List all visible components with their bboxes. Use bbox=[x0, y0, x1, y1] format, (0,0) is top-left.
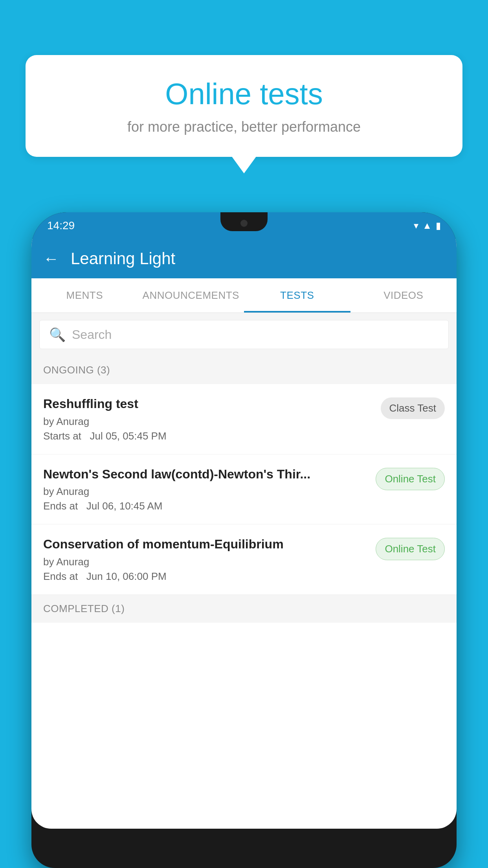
test-name-1: Reshuffling test bbox=[43, 396, 373, 412]
search-icon: 🔍 bbox=[49, 327, 66, 342]
app-bar: ← Learning Light bbox=[31, 239, 457, 278]
speech-bubble-container: Online tests for more practice, better p… bbox=[26, 55, 462, 157]
signal-icon: ▲ bbox=[422, 220, 432, 231]
notch bbox=[220, 212, 268, 231]
test-author-3: by Anurag bbox=[43, 556, 368, 568]
test-name-3: Conservation of momentum-Equilibrium bbox=[43, 536, 368, 553]
tab-announcements[interactable]: ANNOUNCEMENTS bbox=[138, 278, 244, 313]
completed-section-header: COMPLETED (1) bbox=[31, 595, 457, 623]
test-list: Reshuffling test by Anurag Starts at Jul… bbox=[31, 384, 457, 595]
test-badge-2: Online Test bbox=[376, 468, 445, 490]
test-item-1[interactable]: Reshuffling test by Anurag Starts at Jul… bbox=[31, 384, 457, 454]
wifi-icon: ▾ bbox=[414, 220, 418, 231]
search-container: 🔍 Search bbox=[31, 313, 457, 356]
test-info-1: Reshuffling test by Anurag Starts at Jul… bbox=[43, 396, 373, 442]
back-button[interactable]: ← bbox=[43, 250, 59, 268]
status-bar: 14:29 ▾ ▲ ▮ bbox=[31, 212, 457, 239]
test-date-3: Ends at Jun 10, 06:00 PM bbox=[43, 570, 368, 583]
test-badge-3: Online Test bbox=[376, 538, 445, 560]
phone-inner: ← Learning Light MENTS ANNOUNCEMENTS TES… bbox=[31, 239, 457, 829]
test-item-2[interactable]: Newton's Second law(contd)-Newton's Thir… bbox=[31, 454, 457, 525]
tab-videos[interactable]: VIDEOS bbox=[350, 278, 457, 313]
search-box[interactable]: 🔍 Search bbox=[39, 320, 449, 349]
phone-frame: 14:29 ▾ ▲ ▮ ← Learning Light MENTS ANNOU… bbox=[31, 212, 457, 868]
test-name-2: Newton's Second law(contd)-Newton's Thir… bbox=[43, 466, 368, 483]
test-author-2: by Anurag bbox=[43, 485, 368, 498]
test-info-3: Conservation of momentum-Equilibrium by … bbox=[43, 536, 368, 583]
phone-content: ← Learning Light MENTS ANNOUNCEMENTS TES… bbox=[31, 239, 457, 829]
test-date-2: Ends at Jul 06, 10:45 AM bbox=[43, 500, 368, 512]
status-icons: ▾ ▲ ▮ bbox=[414, 220, 441, 231]
test-badge-1: Class Test bbox=[381, 397, 445, 419]
status-time: 14:29 bbox=[47, 219, 75, 232]
bubble-subtitle: for more practice, better performance bbox=[49, 119, 439, 135]
test-info-2: Newton's Second law(contd)-Newton's Thir… bbox=[43, 466, 368, 513]
app-title: Learning Light bbox=[71, 249, 175, 268]
battery-icon: ▮ bbox=[436, 220, 441, 231]
speech-bubble: Online tests for more practice, better p… bbox=[26, 55, 462, 157]
test-date-1: Starts at Jul 05, 05:45 PM bbox=[43, 430, 373, 442]
camera bbox=[240, 220, 248, 227]
ongoing-section-header: ONGOING (3) bbox=[31, 356, 457, 384]
tab-tests[interactable]: TESTS bbox=[244, 278, 350, 313]
search-placeholder: Search bbox=[72, 327, 112, 342]
tabs-container: MENTS ANNOUNCEMENTS TESTS VIDEOS bbox=[31, 278, 457, 313]
bubble-title: Online tests bbox=[49, 77, 439, 111]
tab-ments[interactable]: MENTS bbox=[31, 278, 138, 313]
test-author-1: by Anurag bbox=[43, 416, 373, 428]
test-item-3[interactable]: Conservation of momentum-Equilibrium by … bbox=[31, 524, 457, 595]
